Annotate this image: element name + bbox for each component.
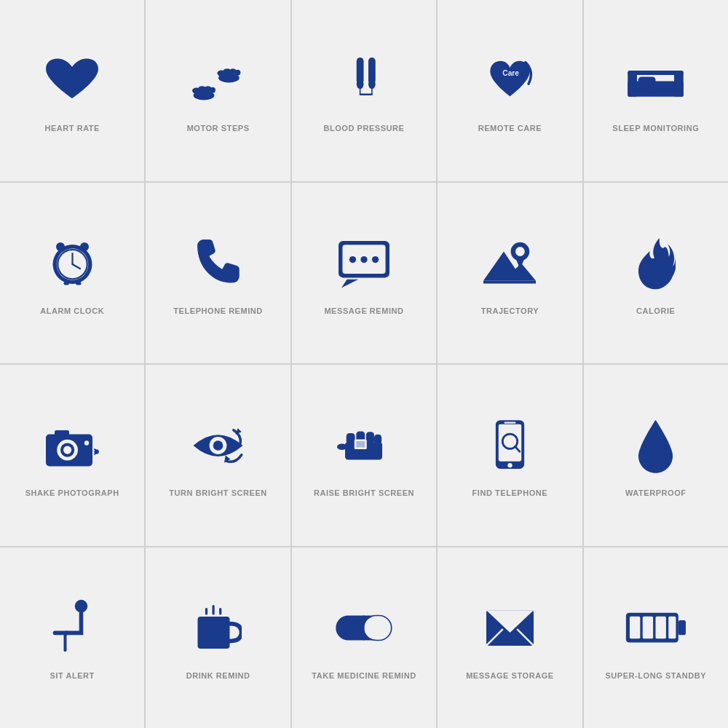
svg-rect-70 [63, 631, 66, 652]
message-storage-icon [477, 596, 542, 661]
blood-pressure-label: BLOOD PRESSURE [323, 124, 404, 132]
shake-photograph-icon [39, 413, 105, 478]
svg-rect-84 [678, 620, 686, 635]
cell-take-medicine-remind: TAKE MEDICINE REMIND [292, 547, 436, 729]
remote-care-icon: Care [477, 48, 542, 114]
svg-point-34 [349, 256, 356, 263]
svg-rect-31 [76, 282, 82, 285]
turn-bright-screen-icon [186, 413, 251, 478]
cell-shake-photograph: SHAKE PHOTOGRAPH [0, 365, 144, 546]
svg-point-35 [360, 256, 367, 263]
cell-waterproof: WATERPROOF [584, 365, 728, 546]
svg-point-51 [213, 440, 223, 451]
svg-rect-75 [219, 608, 221, 615]
svg-rect-20 [674, 72, 684, 97]
cell-telephone-remind: TELEPHONE REMIND [146, 183, 290, 364]
cell-calorie: CALORIE [584, 183, 728, 364]
find-telephone-label: FIND TELEPHONE [472, 488, 548, 497]
svg-rect-30 [63, 282, 69, 285]
telephone-remind-label: TELEPHONE REMIND [173, 306, 262, 315]
drink-remind-label: DRINK REMIND [186, 671, 250, 680]
svg-point-36 [372, 256, 379, 263]
svg-rect-73 [205, 608, 207, 615]
cell-sit-alert: SIT ALERT [0, 547, 144, 729]
sleep-monitoring-label: SLEEP MONITORING [612, 124, 699, 132]
svg-rect-74 [213, 605, 215, 615]
svg-rect-85 [630, 617, 640, 638]
cell-raise-bright-screen: RAISE BRIGHT SCREEN [292, 365, 436, 546]
heart-rate-icon [39, 48, 105, 114]
trajectory-label: TRAJECTORY [481, 306, 539, 315]
alarm-clock-icon [39, 231, 105, 296]
cell-blood-pressure: BLOOD PRESSURE [292, 0, 436, 181]
shake-photograph-label: SHAKE PHOTOGRAPH [25, 488, 119, 497]
cell-sleep-monitoring: SLEEP MONITORING [584, 0, 728, 181]
trajectory-icon [477, 231, 542, 296]
svg-point-69 [74, 600, 87, 613]
svg-rect-14 [360, 93, 373, 95]
svg-point-46 [63, 446, 71, 454]
cell-trajectory: TRAJECTORY [438, 183, 582, 364]
sit-alert-label: SIT ALERT [50, 671, 95, 680]
svg-rect-21 [638, 76, 656, 89]
take-medicine-remind-label: TAKE MEDICINE REMIND [312, 671, 416, 680]
svg-text:Care: Care [502, 69, 519, 77]
svg-point-48 [84, 440, 89, 445]
motor-steps-label: MOTOR STEPS [187, 124, 250, 132]
message-remind-label: MESSAGE REMIND [324, 306, 403, 315]
cell-drink-remind: DRINK REMIND [146, 547, 290, 729]
svg-point-60 [337, 444, 347, 451]
svg-rect-87 [656, 617, 666, 638]
drink-remind-icon [186, 596, 251, 661]
find-telephone-icon [477, 413, 542, 478]
cell-super-long-standby: SUPER-LONG STANDBY [584, 547, 728, 729]
raise-bright-screen-icon [331, 413, 397, 478]
cell-alarm-clock: ALARM CLOCK [0, 183, 144, 364]
cell-remote-care: Care REMOTE CARE [438, 0, 582, 181]
sleep-monitoring-icon [623, 48, 689, 114]
cell-motor-steps: MOTOR STEPS [146, 0, 290, 181]
svg-marker-42 [483, 281, 536, 284]
remote-care-label: REMOTE CARE [478, 124, 542, 132]
svg-rect-72 [198, 617, 230, 649]
svg-rect-66 [505, 422, 516, 423]
cell-message-remind: MESSAGE REMIND [292, 183, 436, 364]
waterproof-label: WATERPROOF [625, 488, 687, 497]
svg-point-9 [234, 70, 240, 76]
motor-steps-icon [186, 48, 251, 114]
calorie-icon [623, 231, 689, 296]
telephone-remind-icon [186, 231, 251, 296]
svg-marker-37 [341, 280, 358, 288]
svg-rect-88 [669, 617, 676, 638]
message-storage-label: MESSAGE STORAGE [466, 671, 554, 680]
svg-rect-22 [628, 71, 684, 75]
svg-point-39 [515, 247, 525, 256]
svg-rect-77 [364, 616, 392, 641]
cell-heart-rate: HEART RATE [0, 0, 144, 181]
waterproof-icon [623, 413, 689, 478]
svg-point-29 [80, 242, 89, 251]
svg-rect-86 [643, 617, 653, 638]
message-remind-icon [331, 231, 397, 296]
cell-find-telephone: FIND TELEPHONE [438, 365, 582, 546]
svg-point-28 [56, 242, 65, 251]
heart-rate-label: HEART RATE [44, 124, 100, 132]
svg-rect-47 [55, 430, 69, 436]
svg-rect-71 [54, 631, 67, 634]
sit-alert-icon [39, 596, 105, 661]
calorie-label: CALORIE [636, 306, 675, 315]
svg-point-4 [210, 87, 215, 93]
cell-turn-bright-screen: TURN BRIGHT SCREEN [146, 365, 290, 546]
svg-rect-62 [357, 441, 365, 448]
cell-message-storage: MESSAGE STORAGE [438, 547, 582, 729]
svg-point-16 [368, 79, 376, 89]
svg-rect-19 [628, 72, 638, 97]
raise-bright-screen-label: RAISE BRIGHT SCREEN [314, 488, 414, 497]
alarm-clock-label: ALARM CLOCK [40, 306, 104, 315]
feature-grid: HEART RATE MOTOR STEPS [0, 0, 728, 728]
svg-point-15 [357, 79, 364, 89]
super-long-standby-icon [623, 596, 689, 661]
take-medicine-remind-icon [331, 596, 397, 661]
turn-bright-screen-label: TURN BRIGHT SCREEN [169, 488, 267, 497]
svg-point-65 [507, 463, 512, 467]
